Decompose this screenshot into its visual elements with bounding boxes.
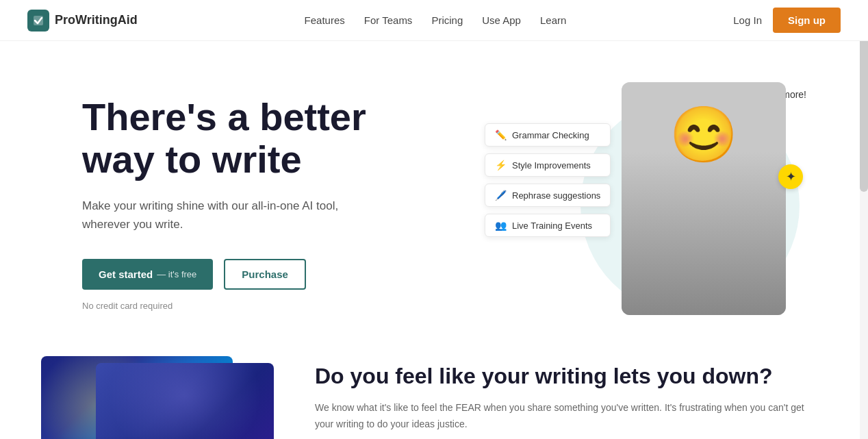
style-icon: ⚡ [495, 160, 507, 171]
nav-actions: Log In Sign up [733, 8, 841, 33]
nav-features[interactable]: Features [305, 14, 345, 26]
signup-button[interactable]: Sign up [773, 8, 841, 33]
hero-person-image [622, 82, 786, 315]
feature-pills: ✏️ Grammar Checking ⚡ Style Improvements… [485, 123, 611, 237]
nav-pricing[interactable]: Pricing [431, 14, 463, 26]
nav-learn[interactable]: Learn [540, 14, 566, 26]
nav-links: Features For Teams Pricing Use App Learn [305, 14, 567, 26]
section-two-title: Do you feel like your writing lets you d… [315, 363, 813, 389]
login-button[interactable]: Log In [733, 14, 762, 26]
get-started-button[interactable]: Get started — it's free [82, 259, 213, 290]
hero-section: There's a better way to write Make your … [0, 41, 868, 342]
pill-rephrase: 🖊️ Rephrase suggestions [485, 184, 611, 207]
logo[interactable]: ProWritingAid [27, 10, 138, 32]
person-face [622, 82, 786, 315]
hero-left: There's a better way to write Make your … [82, 82, 366, 311]
pill-training-label: Live Training Events [512, 221, 592, 231]
pill-training: 👥 Live Training Events [485, 214, 611, 237]
pill-grammar: ✏️ Grammar Checking [485, 123, 611, 147]
painting-overlay [96, 363, 274, 439]
no-credit-text: No credit card required [82, 301, 366, 311]
hero-title: There's a better way to write [82, 96, 366, 180]
training-icon: 👥 [495, 220, 507, 231]
logo-text: ProWritingAid [55, 13, 138, 27]
pill-rephrase-label: Rephrase suggestions [512, 190, 600, 201]
pill-style-label: Style Improvements [512, 160, 591, 171]
section-two-text: Do you feel like your writing lets you d… [315, 356, 813, 433]
purchase-button[interactable]: Purchase [224, 259, 306, 290]
section-two: My idea in my head Do you feel like your… [0, 342, 868, 439]
rephrase-icon: 🖊️ [495, 190, 507, 201]
scrollbar-track[interactable] [860, 0, 868, 439]
section-two-desc: We know what it's like to feel the FEAR … [315, 400, 813, 433]
section-two-image: My idea in my head [41, 356, 274, 439]
nav-use-app[interactable]: Use App [482, 14, 521, 26]
hero-subtitle: Make your writing shine with our all-in-… [82, 197, 342, 234]
grammar-icon: ✏️ [495, 129, 507, 140]
free-tag: — it's free [157, 269, 196, 279]
hero-buttons: Get started — it's free Purchase [82, 259, 366, 290]
navbar: ProWritingAid Features For Teams Pricing… [0, 0, 868, 41]
pill-style: ⚡ Style Improvements [485, 153, 611, 177]
nav-for-teams[interactable]: For Teams [364, 14, 413, 26]
hero-right: ...and more! ✦ ✏️ Grammar Checking ⚡ Sty… [485, 82, 813, 315]
star-badge: ✦ [778, 164, 803, 189]
logo-icon [27, 10, 49, 32]
pill-grammar-label: Grammar Checking [512, 130, 589, 140]
